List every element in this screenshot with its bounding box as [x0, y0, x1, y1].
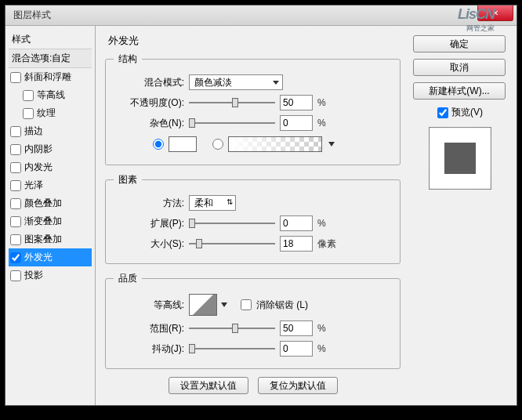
elements-group: 图素 方法: 柔和 扩展(P): % 大小(S):: [105, 173, 401, 264]
spread-slider[interactable]: [189, 216, 275, 230]
opacity-input[interactable]: [280, 95, 313, 110]
quality-legend: 品质: [114, 272, 142, 285]
style-item-checkbox[interactable]: [23, 108, 34, 119]
noise-slider[interactable]: [189, 116, 275, 130]
size-unit: 像素: [317, 237, 336, 251]
noise-unit: %: [317, 118, 326, 129]
dialog-window: 图层样式 样式 混合选项:自定 斜面和浮雕等高线纹理描边内阴影内发光光泽颜色叠加…: [5, 5, 517, 406]
style-item-10[interactable]: 外发光: [9, 248, 92, 266]
style-item-label: 图案叠加: [24, 233, 62, 246]
technique-label: 方法:: [114, 197, 184, 210]
antialias-label: 消除锯齿 (L): [256, 299, 308, 312]
jitter-slider[interactable]: [189, 342, 275, 356]
panel-title: 外发光: [105, 34, 401, 48]
blend-mode-dropdown[interactable]: 颜色减淡: [189, 74, 283, 90]
antialias-checkbox[interactable]: [241, 299, 252, 310]
quality-group: 品质 等高线: 消除锯齿 (L) 范围(R): %: [105, 272, 401, 369]
blend-mode-label: 混合模式:: [114, 76, 184, 89]
style-item-checkbox[interactable]: [10, 72, 21, 83]
style-item-checkbox[interactable]: [10, 144, 21, 155]
contour-label: 等高线:: [114, 299, 184, 312]
window-title: 图层样式: [13, 9, 51, 22]
style-item-label: 颜色叠加: [24, 197, 62, 210]
style-item-4[interactable]: 内阴影: [9, 140, 92, 158]
style-item-label: 内发光: [24, 161, 53, 174]
color-solid-radio[interactable]: [153, 139, 164, 150]
style-item-checkbox[interactable]: [23, 90, 34, 101]
reset-default-button[interactable]: 复位为默认值: [258, 377, 338, 394]
styles-sidebar: 样式 混合选项:自定 斜面和浮雕等高线纹理描边内阴影内发光光泽颜色叠加渐变叠加图…: [5, 26, 96, 405]
range-input[interactable]: [280, 320, 313, 336]
gradient-dropdown-icon[interactable]: [328, 142, 335, 147]
opacity-slider[interactable]: [189, 96, 275, 110]
make-default-button[interactable]: 设置为默认值: [169, 377, 248, 394]
style-item-checkbox[interactable]: [10, 216, 21, 227]
noise-label: 杂色(N):: [114, 117, 184, 130]
range-label: 范围(R):: [114, 322, 184, 335]
style-item-checkbox[interactable]: [10, 252, 21, 263]
color-gradient-radio[interactable]: [212, 139, 223, 150]
ok-button[interactable]: 确定: [413, 35, 506, 52]
range-slider[interactable]: [189, 321, 275, 335]
style-item-1[interactable]: 等高线: [9, 86, 92, 104]
style-item-3[interactable]: 描边: [9, 122, 92, 140]
style-item-label: 斜面和浮雕: [24, 71, 71, 84]
style-item-label: 纹理: [37, 107, 56, 120]
style-item-checkbox[interactable]: [10, 198, 21, 209]
preview-checkbox[interactable]: [437, 107, 448, 118]
opacity-label: 不透明度(O):: [114, 96, 184, 110]
structure-legend: 结构: [114, 52, 142, 66]
contour-picker[interactable]: [189, 294, 217, 316]
style-item-11[interactable]: 投影: [9, 266, 92, 284]
preview-inner: [444, 143, 476, 174]
style-item-0[interactable]: 斜面和浮雕: [9, 68, 92, 86]
size-label: 大小(S):: [114, 237, 184, 251]
noise-input[interactable]: [280, 115, 313, 131]
size-slider[interactable]: [189, 237, 275, 251]
style-item-6[interactable]: 光泽: [9, 176, 92, 194]
technique-dropdown[interactable]: 柔和: [189, 195, 236, 211]
right-column: 确定 取消 新建样式(W)... 预览(V): [410, 26, 517, 405]
new-style-button[interactable]: 新建样式(W)...: [413, 82, 506, 100]
technique-value: 柔和: [194, 197, 213, 210]
style-item-checkbox[interactable]: [10, 270, 21, 281]
style-item-8[interactable]: 渐变叠加: [9, 212, 92, 230]
spread-label: 扩展(P):: [114, 217, 184, 230]
main-panel: 外发光 结构 混合模式: 颜色减淡 不透明度(O): % 杂色(N):: [96, 26, 410, 405]
range-unit: %: [317, 323, 326, 334]
cancel-button[interactable]: 取消: [413, 59, 506, 76]
style-item-2[interactable]: 纹理: [9, 104, 92, 122]
style-item-checkbox[interactable]: [10, 162, 21, 173]
sidebar-header[interactable]: 样式: [9, 31, 92, 49]
style-item-label: 等高线: [37, 89, 65, 102]
style-item-5[interactable]: 内发光: [9, 158, 92, 176]
style-item-checkbox[interactable]: [10, 180, 21, 191]
elements-legend: 图素: [114, 173, 142, 186]
size-input[interactable]: [280, 236, 313, 252]
preview-label: 预览(V): [451, 106, 483, 119]
structure-group: 结构 混合模式: 颜色减淡 不透明度(O): % 杂色(N):: [105, 52, 401, 165]
jitter-label: 抖动(J):: [114, 342, 184, 356]
preview-thumbnail: [429, 127, 491, 190]
style-item-checkbox[interactable]: [10, 234, 21, 245]
sidebar-subheader[interactable]: 混合选项:自定: [9, 49, 92, 68]
blend-mode-value: 颜色减淡: [194, 76, 232, 89]
style-item-label: 内阴影: [24, 143, 53, 156]
jitter-unit: %: [317, 343, 326, 354]
style-item-label: 投影: [24, 269, 43, 282]
style-item-label: 外发光: [24, 251, 53, 264]
style-item-9[interactable]: 图案叠加: [9, 230, 92, 248]
chevron-down-icon[interactable]: [221, 302, 227, 307]
color-swatch[interactable]: [169, 136, 197, 152]
style-item-label: 描边: [24, 125, 43, 138]
titlebar: 图层样式: [5, 5, 517, 26]
close-button[interactable]: [477, 5, 513, 21]
spread-input[interactable]: [280, 215, 313, 231]
jitter-input[interactable]: [280, 341, 313, 357]
style-item-checkbox[interactable]: [10, 126, 21, 137]
style-item-7[interactable]: 颜色叠加: [9, 194, 92, 212]
style-item-label: 光泽: [24, 179, 43, 192]
spread-unit: %: [317, 218, 326, 229]
gradient-swatch[interactable]: [228, 136, 322, 152]
style-item-label: 渐变叠加: [24, 215, 62, 228]
